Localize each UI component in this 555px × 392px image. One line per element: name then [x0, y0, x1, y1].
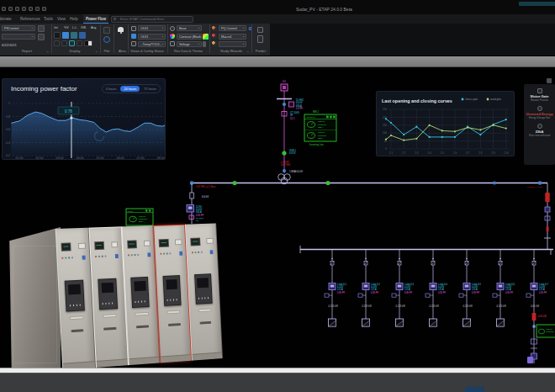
svg-text:0.62 MW: 0.62 MW: [546, 331, 554, 333]
canvas-widget-icon[interactable]: [527, 357, 533, 363]
svg-text:4-123 kW: 4-123 kW: [496, 305, 506, 308]
tab-power-flow[interactable]: Power Flow: [83, 14, 108, 24]
display-icon-7[interactable]: [69, 40, 75, 46]
ribbon: PSControl 6/22/2021 Report ⌄ /int %V L-L…: [0, 24, 270, 56]
svg-text:4-123 kW: 4-123 kW: [429, 305, 439, 308]
pf-chart: 10.80.60.40.201:0002:0003:0004:0005:0006…: [3, 79, 165, 159]
predict-icon-1[interactable]: [257, 27, 263, 33]
display-section-label: Display: [58, 49, 92, 53]
tab-help[interactable]: Help: [70, 14, 77, 24]
tab-references[interactable]: References: [20, 14, 40, 24]
app-menu-icon[interactable]: [2, 7, 6, 11]
display-btn-ll[interactable]: L-L: [72, 26, 77, 29]
plot-icon[interactable]: [103, 27, 110, 34]
more-icon[interactable]: [49, 7, 51, 11]
study-expand-icon[interactable]: ⌄: [246, 49, 249, 53]
svg-text:0.8: 0.8: [6, 115, 10, 119]
cabinet-indicator-lights: [95, 255, 106, 257]
report-icon[interactable]: [38, 25, 45, 32]
display-btn-vb[interactable]: /VB: [81, 26, 86, 29]
views-dd1[interactable]: OLV1: [138, 25, 166, 31]
cabinet-nameplate: [70, 315, 84, 320]
views-dd3[interactable]: --Temp/TOU1--: [138, 41, 166, 47]
cabinet-indicator-lights: [62, 257, 74, 259]
titlebar-accent: [519, 2, 555, 6]
report-expand-icon[interactable]: ⌄: [46, 49, 49, 53]
view-strip: OLV1: [0, 56, 555, 68]
incoming-power-factor-panel: Incoming power factor 4 hours 24 hours 7…: [2, 78, 166, 160]
switchgear-cabinet-5[interactable]: [185, 223, 223, 360]
command-search-input[interactable]: Enter ETAP Command Here: [111, 16, 193, 23]
revdata-dd2[interactable]: Contrast (Black: [177, 34, 202, 40]
cabinet-blue-tag: [179, 252, 182, 256]
svg-text:4-123 kW: 4-123 kW: [362, 305, 372, 308]
revdata-dd1[interactable]: Base: [177, 25, 202, 31]
cabinet-label: [144, 241, 151, 246]
display-icon-2[interactable]: [62, 32, 69, 39]
zoom-in-icon[interactable]: [35, 7, 40, 11]
svg-text:0.85 PF: 0.85 PF: [196, 214, 204, 217]
switchgear-cabinets[interactable]: [56, 223, 223, 369]
display-btn-int[interactable]: /int: [54, 26, 58, 29]
save-icon[interactable]: [8, 7, 13, 11]
display-icon-bw[interactable]: [84, 40, 92, 46]
fit-page-icon[interactable]: [29, 7, 33, 11]
card-collapse-icon[interactable]: [547, 78, 552, 83]
display-icon-6[interactable]: [61, 40, 67, 46]
study-dd2[interactable]: Macro1: [219, 34, 246, 40]
display-icon-5[interactable]: [54, 40, 60, 46]
svg-text:04:00: 04:00: [77, 156, 84, 159]
cabinet-blue-tag: [82, 255, 86, 259]
svg-text:0.85 PF: 0.85 PF: [472, 291, 479, 294]
tab-view[interactable]: View: [57, 14, 66, 24]
svg-text:0.85 PF: 0.85 PF: [438, 291, 446, 294]
display-btn-avg[interactable]: Avg: [91, 26, 96, 29]
predict-icon-2[interactable]: [257, 35, 263, 43]
svg-text:METER-1: METER-1: [306, 116, 316, 119]
revdata-sun-icon: [170, 26, 175, 31]
revdata-dd3[interactable]: Voltage: [177, 41, 202, 47]
pan-icon[interactable]: [22, 7, 26, 11]
revdata-slider-icon[interactable]: [203, 41, 206, 47]
cabinet-relay-panel: [65, 280, 85, 312]
svg-text:2.2: 2.2: [402, 151, 406, 155]
zoom-out-icon[interactable]: [42, 7, 46, 11]
svg-text:0.85 PF: 0.85 PF: [539, 291, 547, 294]
quick-access-toolbar: [2, 7, 51, 11]
theme-gradient-icon[interactable]: [203, 34, 209, 40]
svg-text:2.8: 2.8: [478, 151, 483, 155]
alert-bell-icon[interactable]: [118, 27, 124, 32]
svg-text:2.6: 2.6: [453, 151, 457, 155]
study-dd1[interactable]: PQ Control: [219, 25, 246, 31]
cabinet-label: [175, 240, 182, 246]
display-icon-1[interactable]: [54, 32, 61, 39]
svg-text:Last opening and closing curve: Last opening and closing curves: [382, 98, 452, 103]
print-icon[interactable]: [15, 7, 19, 11]
report-type-dropdown[interactable]: PSControl: [2, 25, 35, 31]
svg-text:02:00: 02:00: [36, 156, 44, 159]
display-icon-8[interactable]: [77, 40, 82, 46]
svg-text:01:00: 01:00: [16, 156, 24, 159]
study-dd3[interactable]: [219, 41, 246, 47]
svg-text:08:00: 08:00: [157, 156, 165, 159]
card-item-withstand: 23kA Short time withstand: [524, 119, 555, 137]
views-dd2[interactable]: OLV1: [138, 34, 166, 40]
display-icon-4[interactable]: [79, 32, 86, 39]
svg-text:2.1: 2.1: [389, 151, 394, 155]
svg-text:0.9 PF: 0.9 PF: [296, 107, 303, 110]
display-btn-v[interactable]: %V: [64, 26, 69, 29]
plot-zoom-icon[interactable]: [103, 36, 110, 43]
cabinet-display: [61, 242, 71, 252]
search-icon: [114, 18, 116, 20]
tab-tools[interactable]: Tools: [44, 14, 53, 24]
cabinet-label: [207, 238, 214, 244]
alert-expand-icon[interactable]: ⌄: [124, 49, 127, 53]
tab-collaborate[interactable]: aborate: [0, 14, 12, 24]
svg-text:2.3: 2.3: [415, 151, 419, 155]
energy-storage-icon: [537, 106, 542, 111]
display-icon-3[interactable]: [71, 32, 77, 39]
study-icon-2: [212, 34, 217, 39]
report-name-dropdown[interactable]: [2, 34, 35, 40]
svg-text:0.85 PF: 0.85 PF: [371, 291, 378, 294]
report-manager-icon[interactable]: [38, 34, 45, 40]
